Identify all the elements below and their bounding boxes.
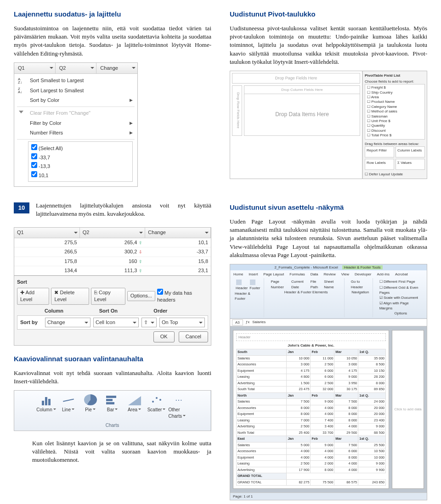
pivot-row-fields[interactable]: Drop Row Fields Here xyxy=(232,85,242,136)
check-item[interactable]: 10,1 xyxy=(31,171,130,179)
tab-acrobat[interactable]: Acrobat xyxy=(394,271,409,277)
submenu-arrow-icon: ▶ xyxy=(130,97,133,103)
area-column-labels[interactable]: Column Labels xyxy=(396,146,425,157)
pivot-sheet-area: Drop Page Fields Here Drop Row Fields He… xyxy=(230,71,362,179)
pane-title: PivotTable Field List xyxy=(365,73,425,78)
pivot-col-fields[interactable]: Drop Column Fields Here xyxy=(244,86,360,94)
check-item[interactable]: -33,7 xyxy=(31,153,130,162)
check-item[interactable]: -13,3 xyxy=(31,162,130,170)
options-button[interactable]: Options... xyxy=(127,291,155,301)
tab-data[interactable]: Data xyxy=(309,271,320,277)
sort-col-change[interactable]: Change xyxy=(145,228,211,237)
chart-label: Pie xyxy=(85,407,95,413)
tab-insert[interactable]: Insert xyxy=(247,271,259,277)
field-item[interactable]: ☐ Unit Price $ xyxy=(367,119,423,123)
add-data-pane[interactable]: Click to add data xyxy=(392,330,424,489)
ribbon-item[interactable]: Footer xyxy=(249,286,260,290)
cancel-button[interactable]: Cancel xyxy=(179,331,208,342)
checkbox[interactable] xyxy=(31,153,37,159)
menu-sort-by-color[interactable]: Sort by Color ▶ xyxy=(14,95,137,105)
tab-pagelayout[interactable]: Page Layout xyxy=(262,271,285,277)
chart-line-button[interactable]: Line xyxy=(57,392,79,421)
chart-column-button[interactable]: Column xyxy=(35,392,57,421)
copy-level-button[interactable]: ⎘ Copy Level xyxy=(91,288,125,305)
chart-other-button[interactable]: Other Charts xyxy=(168,392,190,421)
delete-level-button[interactable]: ✖ Delete Level xyxy=(51,288,89,305)
tab-formulas[interactable]: Formulas xyxy=(288,271,306,277)
chart-area-button[interactable]: Area xyxy=(124,392,146,421)
check-select-all[interactable]: (Select All) xyxy=(31,144,130,152)
menu-sort-asc[interactable]: Sort Smallest to Largest xyxy=(14,76,137,85)
group-label: Options xyxy=(395,311,407,316)
formula-bar[interactable]: Salaries xyxy=(252,319,266,325)
sorton-dropdown[interactable]: Cell Icon xyxy=(93,318,139,327)
ribbon-item[interactable]: Page Number xyxy=(271,279,290,289)
fx-icon: ƒx xyxy=(246,319,249,325)
opt-align[interactable]: ☑ Align with Page Margins xyxy=(379,301,422,311)
area-report-filter[interactable]: Report Filter xyxy=(365,146,394,157)
area-values[interactable]: Σ Values xyxy=(396,159,425,170)
checkbox[interactable] xyxy=(31,144,37,150)
tab-developer[interactable]: Developer xyxy=(353,271,373,277)
order-icon-dropdown[interactable]: ⇧ xyxy=(141,318,157,327)
sortby-dropdown[interactable]: Change xyxy=(45,318,90,327)
chart-bar-button[interactable]: Bar xyxy=(102,392,124,421)
field-item[interactable]: ☐ Product Name xyxy=(367,100,423,104)
window-title: 2_Formats_Complete - Microsoft Excel Hea… xyxy=(230,264,427,270)
tab-review[interactable]: Review xyxy=(322,271,337,277)
ribbon-item[interactable]: Current Date xyxy=(291,279,309,289)
filter-checklist: (Select All) -33,7 -13,3 10,1 xyxy=(28,141,133,182)
chart-scatter-button[interactable]: Scatter xyxy=(146,392,168,421)
checkbox[interactable] xyxy=(31,162,37,168)
sort-col-q2[interactable]: Q2 xyxy=(80,228,146,237)
field-item[interactable]: ☐ Freight $ xyxy=(367,85,423,90)
area-row-labels[interactable]: Row Labels xyxy=(365,159,394,170)
ok-button[interactable]: OK xyxy=(153,331,175,342)
field-item[interactable]: ☐ Quantity xyxy=(367,123,423,128)
field-item[interactable]: ☐ Salesman xyxy=(367,114,423,119)
field-item[interactable]: ☐ Area xyxy=(367,95,423,100)
ribbon-item[interactable]: File Path xyxy=(311,279,323,289)
ribbon-item[interactable]: Go to Header xyxy=(351,279,370,289)
checkbox[interactable] xyxy=(31,171,37,177)
field-item[interactable]: ☐ Method of sales xyxy=(367,109,423,114)
filter-col-q2[interactable]: Q2 xyxy=(56,63,97,73)
menu-number-filters[interactable]: Number Filters ▶ xyxy=(14,128,137,138)
chart-label: Bar xyxy=(107,407,118,413)
area-chart-icon xyxy=(128,394,141,405)
menu-filter-by-color[interactable]: Filter by Color ▶ xyxy=(14,118,137,128)
opt-diff-first[interactable]: ☐ Different First Page xyxy=(379,279,422,284)
opt-diff-odd-even[interactable]: ☐ Different Odd & Even Pages xyxy=(379,285,422,295)
field-item[interactable]: ☐ Ship Country xyxy=(367,90,423,95)
heading-filter: Laajennettu suodatus- ja lajittelu xyxy=(14,9,211,19)
my-data-has-headers[interactable]: My data has headers xyxy=(157,289,208,304)
name-box[interactable]: A3 xyxy=(232,319,243,325)
para-filter: Suodatustoimintoa on laajennettu niin, e… xyxy=(14,24,211,58)
defer-update[interactable]: ☐ Defer Layout Update xyxy=(365,172,425,177)
ribbon-item[interactable]: Sheet Name xyxy=(324,279,341,289)
chart-pie-button[interactable]: Pie xyxy=(79,392,102,421)
tab-home[interactable]: Home xyxy=(232,271,244,277)
chart-label: Line xyxy=(62,407,74,413)
field-item[interactable]: ☐ Discount xyxy=(367,129,423,133)
chart-label: Area xyxy=(128,407,141,413)
field-item[interactable]: ☐ Category Name xyxy=(367,105,423,109)
check-label: -13,3 xyxy=(39,163,50,169)
tab-addins[interactable]: Add-Ins xyxy=(375,271,391,277)
filter-col-q1[interactable]: Q1 xyxy=(14,63,56,73)
checkbox[interactable] xyxy=(157,289,163,295)
add-level-button[interactable]: ✚ Add Level xyxy=(17,288,49,305)
pivot-data-area[interactable]: Drop Data Items Here xyxy=(244,94,360,135)
menu-label: Sort Smallest to Largest xyxy=(30,77,84,84)
order-dropdown[interactable]: On Top xyxy=(159,318,205,327)
opt-scale[interactable]: ☑ Scale with Document xyxy=(379,295,422,300)
pivot-page-fields[interactable]: Drop Page Fields Here xyxy=(232,73,360,84)
header-area[interactable]: Header xyxy=(236,333,386,341)
sort-col-q1[interactable]: Q1 xyxy=(14,228,80,237)
ribbon-item[interactable]: Header xyxy=(236,286,248,290)
field-item[interactable]: ☐ Total Price $ xyxy=(367,133,423,138)
tab-view[interactable]: View xyxy=(340,271,351,277)
menu-sort-desc[interactable]: Sort Largest to Smallest xyxy=(14,86,137,95)
filter-col-change[interactable]: Change xyxy=(96,63,137,73)
pivot-field-list[interactable]: ☐ Freight $ ☐ Ship Country ☐ Area ☐ Prod… xyxy=(365,84,425,139)
